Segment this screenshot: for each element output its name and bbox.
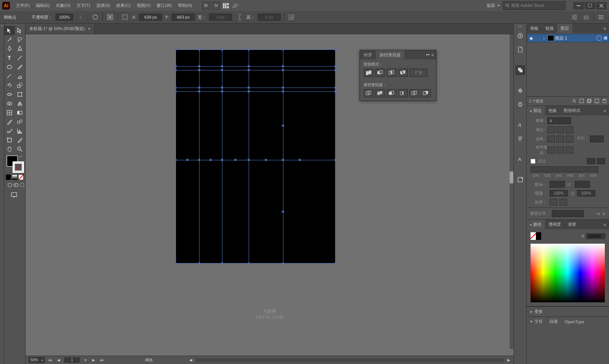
pf-intersect[interactable]	[387, 69, 396, 77]
corner-round[interactable]	[556, 136, 564, 142]
pf-exclude[interactable]	[398, 69, 408, 77]
h-scrollbar[interactable]	[196, 358, 504, 362]
hex-input[interactable]	[586, 233, 605, 239]
h-input[interactable]	[258, 14, 281, 21]
color-mode-gradient[interactable]	[12, 174, 17, 180]
accordion-character[interactable]: 字符 段落 OpenType	[527, 316, 609, 326]
accordion-transform[interactable]: 变换	[527, 307, 609, 316]
paintbrush-tool[interactable]	[15, 62, 26, 72]
visibility-toggle-icon[interactable]: ◉	[527, 36, 535, 41]
flip-h-icon[interactable]: ⇋	[597, 212, 600, 216]
type-tool[interactable]: T	[4, 53, 15, 62]
flip-v-icon[interactable]: ⇅	[602, 212, 605, 216]
appearance-icon[interactable]	[515, 31, 525, 41]
export-icon[interactable]	[515, 175, 525, 185]
page-number[interactable]: 1	[64, 358, 80, 362]
panel-menu-icon[interactable]	[597, 13, 605, 21]
arrowalign-extend[interactable]	[550, 199, 557, 206]
selection-tool[interactable]	[4, 26, 15, 35]
reference-point-icon[interactable]	[106, 13, 114, 21]
menu-edit[interactable]: 编辑(E)	[33, 0, 53, 11]
dash-exact-icon[interactable]	[587, 158, 595, 164]
menu-type[interactable]: 文字(T)	[74, 0, 93, 11]
draw-inside-icon[interactable]	[19, 182, 25, 188]
eraser-tool[interactable]	[15, 72, 26, 81]
layers-panel-menu-icon[interactable]: ≡	[602, 26, 607, 31]
pathfinder-floating-panel[interactable]: 对齐 路径查找器 ▸▸ ≡ 形状模式： 扩展 路径查找器：	[360, 50, 436, 101]
menu-object[interactable]: 对象(O)	[53, 0, 74, 11]
expand-layer-icon[interactable]: ›	[540, 36, 548, 40]
pen-tool[interactable]	[4, 44, 15, 53]
glyphs-icon[interactable]: A	[515, 154, 525, 164]
scale-start[interactable]: 100%	[550, 190, 568, 196]
draw-behind-icon[interactable]	[13, 182, 19, 188]
dash-3[interactable]	[576, 166, 587, 172]
scale-end[interactable]: 100%	[577, 190, 595, 196]
tab-graphic-styles[interactable]: 图形样式	[560, 106, 584, 115]
arrow-end[interactable]	[575, 181, 590, 188]
weight-select[interactable]: ⇕	[547, 117, 571, 124]
arrange-docs-icon[interactable]	[222, 2, 230, 10]
opacity-dropdown-icon[interactable]: ›	[76, 13, 85, 21]
color-mode-none[interactable]	[18, 174, 24, 180]
tab-swatches[interactable]: 色板	[545, 106, 560, 115]
collapse-icon[interactable]: ▸▸	[426, 53, 430, 57]
transform-icon[interactable]	[121, 13, 129, 21]
artboard[interactable]	[176, 49, 336, 263]
lasso-tool[interactable]	[15, 35, 26, 44]
rotate-tool[interactable]	[4, 81, 15, 90]
direct-selection-tool[interactable]	[15, 26, 26, 35]
swap-arrows-icon[interactable]: ⇄	[567, 182, 572, 187]
tab-pathfinder[interactable]: 路径查找器	[376, 50, 404, 60]
maximize-button[interactable]	[585, 2, 595, 10]
tab-stroke[interactable]: ▸ 描边	[527, 106, 545, 115]
slice-tool[interactable]	[15, 136, 26, 145]
pathfinder-icon[interactable]	[515, 65, 525, 75]
pf-minus-back[interactable]	[421, 89, 431, 97]
align-outside[interactable]	[566, 147, 573, 153]
perspective-tool[interactable]	[15, 99, 26, 108]
color-swatch-proxy[interactable]	[531, 232, 541, 240]
gap-2[interactable]	[565, 166, 575, 172]
tab-align[interactable]: 对齐	[360, 50, 376, 60]
pf-merge[interactable]	[387, 89, 396, 97]
tab-transparency[interactable]: 透明度	[545, 220, 564, 229]
align-panel-icon[interactable]	[571, 13, 579, 21]
mesh-tool[interactable]	[4, 108, 15, 117]
transform-panel-icon[interactable]	[582, 13, 590, 21]
tab-close-icon[interactable]: ×	[88, 26, 91, 32]
minimize-button[interactable]	[573, 2, 584, 10]
graph-tool[interactable]	[15, 126, 26, 136]
pf-expand[interactable]: 扩展	[409, 69, 428, 77]
tab-gradient[interactable]: 渐变	[564, 220, 580, 229]
arrowalign-tip[interactable]	[559, 199, 567, 206]
link-scale-icon[interactable]: ⛓	[570, 191, 575, 196]
close-button[interactable]	[596, 2, 607, 10]
pencil-tool[interactable]	[4, 72, 15, 81]
dash-1[interactable]	[531, 166, 541, 172]
menu-help[interactable]: 帮助(H)	[175, 0, 195, 11]
tab-layers[interactable]: 图层	[557, 24, 572, 33]
pf-outline[interactable]	[409, 89, 419, 97]
dash-2[interactable]	[553, 166, 564, 172]
tab-artboard[interactable]: 画板	[527, 24, 542, 33]
isolate-icon[interactable]	[287, 13, 296, 21]
fill-stroke-proxy[interactable]: ⤢	[4, 154, 25, 174]
new-sublayer-icon[interactable]	[587, 99, 591, 104]
color-spectrum[interactable]	[531, 244, 605, 302]
new-layer-icon[interactable]	[595, 99, 599, 104]
brushes-icon[interactable]	[515, 86, 525, 96]
v-scrollbar[interactable]	[510, 34, 513, 349]
cap-square[interactable]	[566, 126, 573, 133]
width-tool[interactable]	[4, 90, 15, 99]
recolor-icon[interactable]	[91, 13, 99, 21]
layer-color-swatch[interactable]	[548, 35, 554, 41]
pf-divide[interactable]	[364, 89, 374, 97]
scale-tool[interactable]	[15, 81, 26, 90]
swap-fill-stroke-icon[interactable]: ⤢	[19, 155, 22, 158]
menu-file[interactable]: 文件(F)	[13, 0, 33, 11]
align-center[interactable]	[547, 147, 555, 153]
document-icon[interactable]	[515, 45, 525, 54]
zoom-select[interactable]: 50%▾	[29, 357, 45, 363]
gap-3[interactable]	[588, 166, 598, 172]
